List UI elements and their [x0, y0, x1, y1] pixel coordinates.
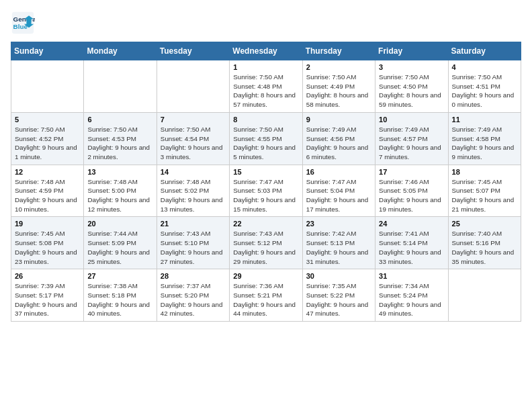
day-cell-17: 17Sunrise: 7:46 AM Sunset: 5:05 PM Dayli…	[375, 165, 448, 217]
page-header: General Blue	[11, 11, 521, 35]
day-number: 21	[161, 220, 226, 228]
day-info: Sunrise: 7:37 AM Sunset: 5:20 PM Dayligh…	[161, 281, 226, 318]
week-row-1: 1Sunrise: 7:50 AM Sunset: 4:48 PM Daylig…	[11, 60, 521, 113]
header-row: SundayMondayTuesdayWednesdayThursdayFrid…	[11, 42, 521, 60]
day-number: 13	[87, 168, 152, 176]
day-cell-30: 30Sunrise: 7:35 AM Sunset: 5:22 PM Dayli…	[302, 269, 375, 322]
day-number: 1	[233, 63, 298, 71]
day-info: Sunrise: 7:41 AM Sunset: 5:14 PM Dayligh…	[379, 229, 444, 266]
day-number: 20	[87, 220, 152, 228]
day-number: 11	[452, 116, 517, 124]
empty-cell	[448, 269, 521, 322]
day-cell-6: 6Sunrise: 7:50 AM Sunset: 4:53 PM Daylig…	[84, 112, 157, 165]
day-number: 8	[233, 116, 298, 124]
col-header-thursday: Thursday	[302, 42, 375, 60]
day-info: Sunrise: 7:42 AM Sunset: 5:13 PM Dayligh…	[306, 229, 371, 266]
day-info: Sunrise: 7:35 AM Sunset: 5:22 PM Dayligh…	[306, 281, 371, 318]
day-cell-13: 13Sunrise: 7:48 AM Sunset: 5:00 PM Dayli…	[84, 165, 157, 217]
day-cell-20: 20Sunrise: 7:44 AM Sunset: 5:09 PM Dayli…	[84, 217, 157, 269]
day-info: Sunrise: 7:49 AM Sunset: 4:58 PM Dayligh…	[452, 125, 517, 162]
day-number: 15	[233, 168, 298, 176]
day-info: Sunrise: 7:44 AM Sunset: 5:09 PM Dayligh…	[87, 229, 152, 266]
day-number: 25	[452, 220, 517, 228]
day-number: 6	[87, 116, 152, 124]
day-number: 23	[306, 220, 371, 228]
svg-text:Blue: Blue	[13, 23, 28, 30]
day-cell-8: 8Sunrise: 7:50 AM Sunset: 4:55 PM Daylig…	[230, 112, 302, 165]
day-info: Sunrise: 7:50 AM Sunset: 4:51 PM Dayligh…	[452, 73, 517, 109]
col-header-wednesday: Wednesday	[230, 42, 302, 60]
day-cell-21: 21Sunrise: 7:43 AM Sunset: 5:10 PM Dayli…	[157, 217, 229, 269]
day-number: 12	[15, 168, 80, 176]
col-header-tuesday: Tuesday	[157, 42, 229, 60]
day-info: Sunrise: 7:50 AM Sunset: 4:53 PM Dayligh…	[87, 125, 152, 162]
day-info: Sunrise: 7:34 AM Sunset: 5:24 PM Dayligh…	[379, 281, 444, 318]
day-number: 10	[379, 116, 444, 124]
day-number: 30	[306, 272, 371, 280]
day-number: 28	[161, 272, 226, 280]
day-info: Sunrise: 7:45 AM Sunset: 5:08 PM Dayligh…	[15, 229, 80, 266]
empty-cell	[157, 60, 229, 113]
day-number: 17	[379, 168, 444, 176]
day-number: 9	[306, 116, 371, 124]
day-info: Sunrise: 7:50 AM Sunset: 4:49 PM Dayligh…	[306, 73, 371, 109]
day-cell-27: 27Sunrise: 7:38 AM Sunset: 5:18 PM Dayli…	[84, 269, 157, 322]
day-info: Sunrise: 7:48 AM Sunset: 5:00 PM Dayligh…	[87, 177, 152, 214]
day-cell-11: 11Sunrise: 7:49 AM Sunset: 4:58 PM Dayli…	[448, 112, 521, 165]
day-info: Sunrise: 7:50 AM Sunset: 4:52 PM Dayligh…	[15, 125, 80, 162]
day-cell-5: 5Sunrise: 7:50 AM Sunset: 4:52 PM Daylig…	[11, 112, 84, 165]
day-number: 26	[15, 272, 80, 280]
day-number: 19	[15, 220, 80, 228]
week-row-4: 19Sunrise: 7:45 AM Sunset: 5:08 PM Dayli…	[11, 217, 521, 269]
day-cell-31: 31Sunrise: 7:34 AM Sunset: 5:24 PM Dayli…	[375, 269, 448, 322]
day-info: Sunrise: 7:46 AM Sunset: 5:05 PM Dayligh…	[379, 177, 444, 214]
day-cell-25: 25Sunrise: 7:40 AM Sunset: 5:16 PM Dayli…	[448, 217, 521, 269]
day-cell-14: 14Sunrise: 7:48 AM Sunset: 5:02 PM Dayli…	[157, 165, 229, 217]
empty-cell	[84, 60, 157, 113]
logo: General Blue	[11, 11, 38, 35]
day-info: Sunrise: 7:43 AM Sunset: 5:12 PM Dayligh…	[233, 229, 298, 266]
day-number: 31	[379, 272, 444, 280]
day-number: 7	[161, 116, 226, 124]
day-cell-29: 29Sunrise: 7:36 AM Sunset: 5:21 PM Dayli…	[230, 269, 302, 322]
day-cell-2: 2Sunrise: 7:50 AM Sunset: 4:49 PM Daylig…	[302, 60, 375, 113]
day-cell-24: 24Sunrise: 7:41 AM Sunset: 5:14 PM Dayli…	[375, 217, 448, 269]
day-cell-15: 15Sunrise: 7:47 AM Sunset: 5:03 PM Dayli…	[230, 165, 302, 217]
col-header-sunday: Sunday	[11, 42, 84, 60]
day-info: Sunrise: 7:39 AM Sunset: 5:17 PM Dayligh…	[15, 281, 80, 318]
day-cell-18: 18Sunrise: 7:45 AM Sunset: 5:07 PM Dayli…	[448, 165, 521, 217]
day-cell-4: 4Sunrise: 7:50 AM Sunset: 4:51 PM Daylig…	[448, 60, 521, 113]
week-row-2: 5Sunrise: 7:50 AM Sunset: 4:52 PM Daylig…	[11, 112, 521, 165]
day-info: Sunrise: 7:50 AM Sunset: 4:55 PM Dayligh…	[233, 125, 298, 162]
day-number: 29	[233, 272, 298, 280]
col-header-friday: Friday	[375, 42, 448, 60]
day-number: 16	[306, 168, 371, 176]
day-cell-7: 7Sunrise: 7:50 AM Sunset: 4:54 PM Daylig…	[157, 112, 229, 165]
day-cell-9: 9Sunrise: 7:49 AM Sunset: 4:56 PM Daylig…	[302, 112, 375, 165]
svg-text:General: General	[13, 15, 35, 23]
calendar-table: SundayMondayTuesdayWednesdayThursdayFrid…	[11, 42, 521, 322]
col-header-saturday: Saturday	[448, 42, 521, 60]
day-info: Sunrise: 7:49 AM Sunset: 4:57 PM Dayligh…	[379, 125, 444, 162]
logo-icon: General Blue	[11, 11, 35, 35]
day-info: Sunrise: 7:40 AM Sunset: 5:16 PM Dayligh…	[452, 229, 517, 266]
day-number: 14	[161, 168, 226, 176]
day-info: Sunrise: 7:50 AM Sunset: 4:50 PM Dayligh…	[379, 73, 444, 109]
col-header-monday: Monday	[84, 42, 157, 60]
day-info: Sunrise: 7:47 AM Sunset: 5:04 PM Dayligh…	[306, 177, 371, 214]
day-info: Sunrise: 7:50 AM Sunset: 4:54 PM Dayligh…	[161, 125, 226, 162]
day-number: 27	[87, 272, 152, 280]
day-number: 18	[452, 168, 517, 176]
day-info: Sunrise: 7:50 AM Sunset: 4:48 PM Dayligh…	[233, 73, 298, 109]
day-number: 2	[306, 63, 371, 71]
day-cell-10: 10Sunrise: 7:49 AM Sunset: 4:57 PM Dayli…	[375, 112, 448, 165]
day-number: 4	[452, 63, 517, 71]
day-cell-12: 12Sunrise: 7:48 AM Sunset: 4:59 PM Dayli…	[11, 165, 84, 217]
day-number: 5	[15, 116, 80, 124]
day-cell-23: 23Sunrise: 7:42 AM Sunset: 5:13 PM Dayli…	[302, 217, 375, 269]
day-cell-28: 28Sunrise: 7:37 AM Sunset: 5:20 PM Dayli…	[157, 269, 229, 322]
day-cell-16: 16Sunrise: 7:47 AM Sunset: 5:04 PM Dayli…	[302, 165, 375, 217]
day-cell-1: 1Sunrise: 7:50 AM Sunset: 4:48 PM Daylig…	[230, 60, 302, 113]
empty-cell	[11, 60, 84, 113]
day-cell-26: 26Sunrise: 7:39 AM Sunset: 5:17 PM Dayli…	[11, 269, 84, 322]
